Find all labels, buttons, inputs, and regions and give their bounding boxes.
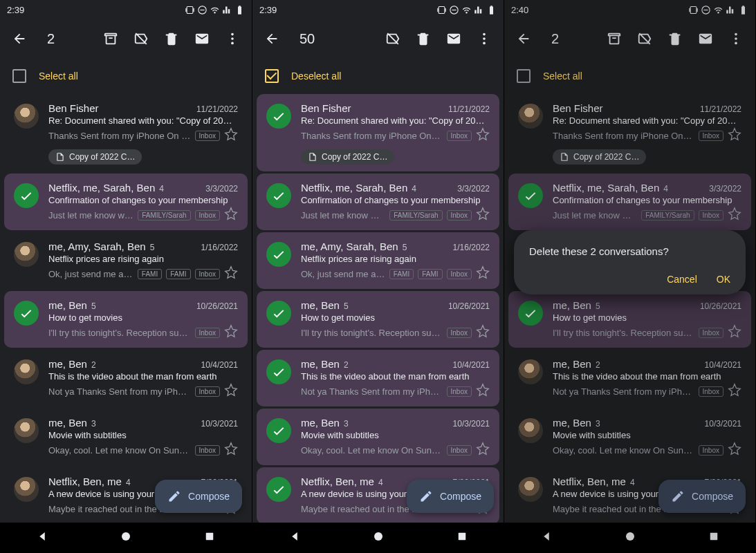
select-all-label: Select all (39, 71, 78, 82)
compose-button[interactable]: Compose (155, 480, 242, 513)
avatar-selected[interactable] (266, 301, 291, 326)
snippet: Not ya Thanks Sent from my iPhone… (301, 386, 443, 397)
back-button[interactable] (6, 25, 33, 53)
date: 10/3/2021 (201, 419, 238, 429)
avatar-selected[interactable] (266, 242, 291, 267)
star-icon[interactable] (224, 442, 238, 458)
nav-bar (0, 523, 252, 553)
remove-label-button[interactable] (379, 25, 407, 53)
avatar-selected[interactable] (266, 104, 291, 129)
email-item[interactable]: me, Ben 2 10/4/2021 This is the video ab… (4, 350, 248, 406)
avatar-selected[interactable] (266, 418, 291, 443)
star-icon[interactable] (224, 207, 238, 223)
star-icon[interactable] (476, 127, 490, 144)
archive-button[interactable] (97, 25, 125, 53)
nav-recents[interactable] (456, 530, 468, 545)
nav-home[interactable] (120, 530, 132, 545)
thread-count: 3 (344, 419, 349, 429)
mark-unread-button[interactable] (188, 25, 216, 53)
label-tag: Inbox (447, 328, 472, 338)
selection-count: 2 (47, 31, 94, 47)
email-item[interactable]: Ben Fisher 11/21/2022 Re: Document share… (4, 94, 248, 171)
sender: me, Ben (301, 358, 340, 370)
star-icon[interactable] (224, 383, 238, 400)
mark-unread-button[interactable] (440, 25, 468, 53)
subject: This is the video about the man from ear… (301, 371, 490, 382)
label-tag: Inbox (447, 131, 472, 141)
email-item[interactable]: me, Amy, Sarah, Ben 5 1/16/2022 Netflix … (4, 232, 248, 289)
cancel-button[interactable]: Cancel (667, 274, 697, 285)
attachment-chip[interactable]: Copy of 2022 C… (301, 149, 394, 165)
email-item[interactable]: me, Ben 2 10/4/2021 This is the video ab… (257, 350, 499, 406)
date: 11/21/2022 (448, 104, 490, 114)
avatar[interactable] (14, 477, 39, 502)
avatar[interactable] (14, 359, 39, 384)
star-icon[interactable] (476, 265, 490, 282)
nav-back[interactable] (36, 530, 48, 545)
date: 10/4/2021 (453, 360, 490, 370)
email-item[interactable]: me, Ben 3 10/3/2021 Movie with subtitles… (4, 409, 248, 465)
sender: me, Ben (301, 299, 340, 311)
avatar-selected[interactable] (14, 183, 39, 208)
delete-button[interactable] (158, 25, 185, 53)
email-item[interactable]: Ben Fisher 11/21/2022 Re: Document share… (257, 94, 499, 171)
email-list[interactable]: Ben Fisher 11/21/2022 Re: Document share… (0, 94, 252, 523)
delete-button[interactable] (409, 25, 437, 53)
date: 1/16/2022 (453, 243, 490, 252)
sender: me, Ben (301, 417, 340, 429)
star-icon[interactable] (476, 324, 490, 341)
nav-back[interactable] (288, 530, 301, 545)
sender: Netflix, me, Sarah, Ben (48, 182, 155, 194)
compose-button[interactable]: Compose (407, 480, 494, 513)
star-icon[interactable] (224, 324, 238, 341)
star-icon[interactable] (476, 442, 490, 458)
subject: How to get movies (48, 312, 238, 323)
svg-point-3 (231, 42, 234, 45)
email-item[interactable]: me, Amy, Sarah, Ben 5 1/16/2022 Netflix … (257, 232, 499, 289)
star-icon[interactable] (476, 207, 490, 223)
email-item[interactable]: Netflix, me, Sarah, Ben 4 3/3/2022 Confi… (4, 174, 248, 230)
more-button[interactable] (470, 25, 498, 53)
dialog-overlay: Delete these 2 conversations? Cancel OK (504, 230, 755, 294)
email-item[interactable]: me, Ben 5 10/26/2021 How to get movies I… (4, 291, 248, 348)
remove-label-button[interactable] (127, 25, 155, 53)
attachment-chip[interactable]: Copy of 2022 C… (48, 149, 142, 165)
sender: Netflix, Ben, me (48, 476, 122, 487)
select-all-row[interactable]: Select all (0, 58, 252, 94)
avatar-selected[interactable] (266, 359, 291, 384)
select-all-row[interactable]: Deselect all (252, 58, 504, 94)
avatar[interactable] (14, 418, 39, 443)
clock: 2:39 (7, 5, 24, 15)
avatar-selected[interactable] (266, 183, 291, 208)
back-button[interactable] (258, 25, 286, 53)
select-all-checkbox[interactable] (12, 69, 26, 83)
ok-button[interactable]: OK (717, 274, 730, 285)
svg-point-2 (231, 37, 234, 40)
avatar-selected[interactable] (266, 477, 291, 502)
svg-rect-11 (458, 533, 465, 541)
nav-home[interactable] (372, 530, 385, 545)
star-icon[interactable] (224, 127, 238, 144)
svg-point-9 (483, 42, 486, 45)
email-item[interactable]: me, Ben 3 10/3/2021 Movie with subtitles… (257, 409, 499, 465)
avatar-selected[interactable] (14, 301, 39, 326)
email-list[interactable]: Ben Fisher 11/21/2022 Re: Document share… (252, 94, 504, 523)
clock: 2:39 (259, 5, 277, 15)
sender: me, Amy, Sarah, Ben (48, 241, 146, 252)
nav-bar (252, 523, 504, 553)
avatar[interactable] (14, 104, 39, 129)
label-tag: FAMILY/Sarah (389, 210, 442, 221)
more-button[interactable] (219, 25, 246, 53)
select-all-checkbox[interactable] (265, 69, 279, 83)
email-item[interactable]: Netflix, me, Sarah, Ben 4 3/3/2022 Confi… (257, 174, 499, 230)
avatar[interactable] (14, 242, 39, 267)
action-bar: 2 (0, 19, 252, 58)
star-icon[interactable] (476, 383, 490, 400)
email-item[interactable]: me, Ben 5 10/26/2021 How to get movies I… (257, 291, 499, 348)
label-tag: Inbox (195, 131, 220, 141)
star-icon[interactable] (224, 265, 238, 282)
date: 1/16/2022 (201, 243, 238, 252)
selection-count: 50 (299, 31, 376, 47)
nav-recents[interactable] (203, 530, 216, 545)
date: 10/4/2021 (201, 360, 238, 370)
